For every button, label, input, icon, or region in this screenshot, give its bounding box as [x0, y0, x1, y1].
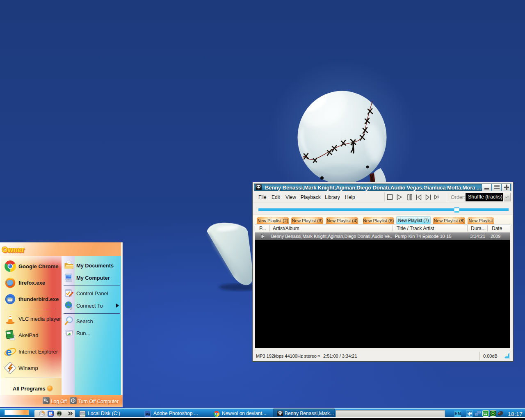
svg-text:?: ? — [437, 195, 439, 200]
svg-text:e: e — [6, 346, 11, 358]
svg-text:Ps: Ps — [146, 412, 150, 416]
